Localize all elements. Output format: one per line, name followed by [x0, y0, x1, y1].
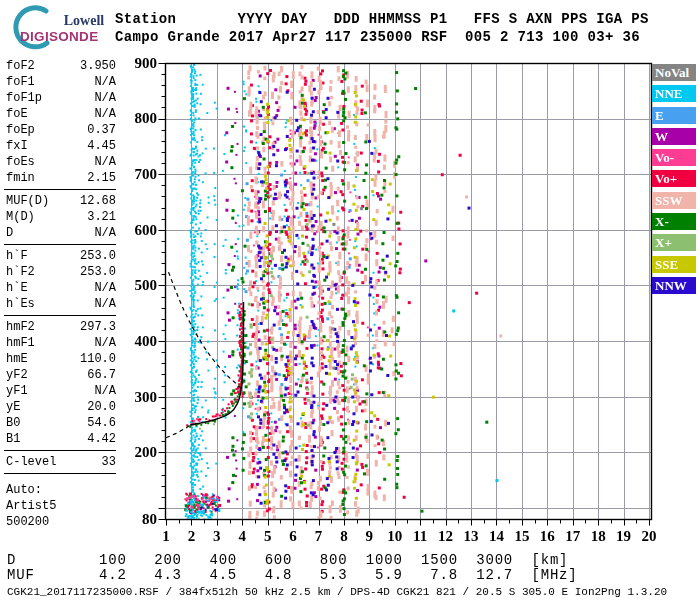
param-value: 33	[102, 454, 116, 470]
station-header: Station YYYY DAY DDD HHMMSS P1 FFS S AXN…	[115, 10, 649, 46]
legend-item-x: X-	[652, 213, 696, 230]
legend-item-nne: NNE	[652, 85, 696, 102]
param-label: yF1	[6, 383, 28, 399]
param-value: N/A	[94, 296, 116, 312]
legend-item-ssw: SSW	[652, 192, 696, 209]
param-row: yF266.7	[6, 367, 116, 383]
legend-item-nnw: NNW	[652, 277, 696, 294]
param-label: foF2	[6, 58, 35, 74]
param-row: fmin2.15	[6, 170, 116, 186]
param-label: C-level	[6, 454, 56, 470]
param-value: N/A	[94, 383, 116, 399]
measurement-footer: CGK21_2017117235000.RSF / 384fx512h 50 k…	[7, 586, 667, 599]
param-value: 297.3	[80, 319, 116, 335]
param-label: h`E	[6, 280, 28, 296]
param-label: B1	[6, 431, 20, 447]
param-row: hmE110.0	[6, 351, 116, 367]
param-label: h`Es	[6, 296, 35, 312]
param-row: Artist5	[6, 498, 116, 514]
muf-table-distances: D 100 200 400 600 800 1000 1500 3000 [km…	[7, 552, 568, 568]
param-row: foEsN/A	[6, 154, 116, 170]
param-value: 110.0	[80, 351, 116, 367]
ionogram-parameter-panel: foF23.950foF1N/AfoF1pN/AfoEN/AfoEp0.37fx…	[6, 58, 116, 530]
param-row: yE20.0	[6, 399, 116, 415]
legend-item-w: W	[652, 128, 696, 145]
param-row: B14.42	[6, 431, 116, 447]
param-value: 12.68	[80, 193, 116, 209]
header-station-values: Campo Grande 2017 Apr27 117 235000 RSF 0…	[115, 29, 640, 45]
param-label: hmF1	[6, 335, 35, 351]
legend-item-e: E	[652, 107, 696, 124]
lowell-digisonde-logo: Lowell DIGISONDE	[6, 4, 116, 50]
param-row: C-level33	[6, 454, 116, 470]
param-value: N/A	[94, 90, 116, 106]
param-value: 66.7	[87, 367, 116, 383]
param-value: N/A	[94, 280, 116, 296]
echo-status-legend: NoValNNEEWVo-Vo+SSWX-X+SSENNW	[652, 64, 698, 298]
param-row: B054.6	[6, 415, 116, 431]
param-label: hmE	[6, 351, 28, 367]
param-group: h`F253.0h`F2253.0h`EN/Ah`EsN/A	[6, 248, 116, 312]
param-label: D	[6, 225, 13, 241]
param-label: h`F	[6, 248, 28, 264]
logo-lowell-text: Lowell	[64, 13, 105, 28]
legend-item-noval: NoVal	[652, 64, 696, 81]
muf-table-values: MUF 4.2 4.3 4.5 4.8 5.3 5.9 7.8 12.7 [MH…	[7, 567, 577, 583]
param-value: 0.37	[87, 122, 116, 138]
param-label: foE	[6, 106, 28, 122]
panel-divider	[4, 473, 116, 474]
param-row: h`EN/A	[6, 280, 116, 296]
param-label: 500200	[6, 514, 49, 530]
param-label: M(D)	[6, 209, 35, 225]
param-row: hmF2297.3	[6, 319, 116, 335]
param-row: MUF(D)12.68	[6, 193, 116, 209]
param-row: foF1pN/A	[6, 90, 116, 106]
param-value: 4.42	[87, 431, 116, 447]
param-group: C-level33	[6, 454, 116, 470]
legend-item-vo: Vo-	[652, 149, 696, 166]
legend-item-sse: SSE	[652, 256, 696, 273]
param-label: foEp	[6, 122, 35, 138]
param-group: Auto:Artist5500200	[6, 482, 116, 530]
panel-divider	[4, 315, 116, 316]
param-label: B0	[6, 415, 20, 431]
param-value: 54.6	[87, 415, 116, 431]
param-value: N/A	[94, 154, 116, 170]
param-label: foEs	[6, 154, 35, 170]
panel-divider	[4, 450, 116, 451]
param-row: 500200	[6, 514, 116, 530]
param-row: h`EsN/A	[6, 296, 116, 312]
param-value: 253.0	[80, 264, 116, 280]
param-value: 3.21	[87, 209, 116, 225]
header-column-titles: Station YYYY DAY DDD HHMMSS P1 FFS S AXN…	[115, 11, 649, 27]
param-label: MUF(D)	[6, 193, 49, 209]
param-value: N/A	[94, 225, 116, 241]
param-label: foF1p	[6, 90, 42, 106]
digisonde-ionogram-screen: Lowell DIGISONDE Station YYYY DAY DDD HH…	[0, 0, 700, 600]
param-group: hmF2297.3hmF1N/AhmE110.0yF266.7yF1N/AyE2…	[6, 319, 116, 447]
param-label: Artist5	[6, 498, 56, 514]
param-label: yF2	[6, 367, 28, 383]
param-label: h`F2	[6, 264, 35, 280]
param-row: foEp0.37	[6, 122, 116, 138]
param-value: 20.0	[87, 399, 116, 415]
param-row: h`F253.0	[6, 248, 116, 264]
param-row: h`F2253.0	[6, 264, 116, 280]
param-value: N/A	[94, 106, 116, 122]
param-row: M(D)3.21	[6, 209, 116, 225]
param-row: yF1N/A	[6, 383, 116, 399]
param-value: 4.45	[87, 138, 116, 154]
param-label: fxI	[6, 138, 28, 154]
param-value: 2.15	[87, 170, 116, 186]
panel-divider	[4, 244, 116, 245]
param-group: MUF(D)12.68M(D)3.21DN/A	[6, 193, 116, 241]
param-row: hmF1N/A	[6, 335, 116, 351]
param-label: foF1	[6, 74, 35, 90]
param-label: hmF2	[6, 319, 35, 335]
param-row: foEN/A	[6, 106, 116, 122]
param-value: 3.950	[80, 58, 116, 74]
param-row: Auto:	[6, 482, 116, 498]
param-label: yE	[6, 399, 20, 415]
param-label: Auto:	[6, 482, 42, 498]
param-label: fmin	[6, 170, 35, 186]
